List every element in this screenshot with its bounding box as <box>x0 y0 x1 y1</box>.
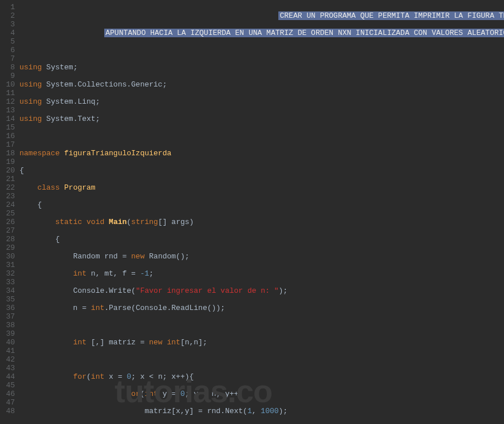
line-number: 22 <box>0 183 15 192</box>
code-line: { <box>19 235 504 244</box>
code-line: class Program <box>19 183 504 192</box>
line-number: 6 <box>0 46 15 54</box>
line-number: 19 <box>0 158 15 166</box>
line-number: 42 <box>0 355 15 364</box>
code-area[interactable]: CREAR UN PROGRAMA QUE PERMITA IMPRIMIR L… <box>19 3 504 424</box>
line-number: 20 <box>0 166 15 175</box>
line-number: 31 <box>0 261 15 269</box>
code-line: using System.Linq; <box>19 97 504 106</box>
comment-header-1: CREAR UN PROGRAMA QUE PERMITA IMPRIMIR L… <box>278 11 504 20</box>
line-number: 8 <box>0 63 15 72</box>
line-number: 24 <box>0 201 15 209</box>
line-number: 41 <box>0 347 15 355</box>
code-line: APUNTANDO HACIA LA IZQUIERDA EN UNA MATR… <box>19 29 504 37</box>
line-number-gutter: 1234567891011121314151617181920212223242… <box>0 3 19 424</box>
line-number: 28 <box>0 235 15 244</box>
comment-header-2: APUNTANDO HACIA LA IZQUIERDA EN UNA MATR… <box>104 29 504 37</box>
code-line <box>19 321 504 329</box>
code-line: int n, mt, f = -1; <box>19 269 504 278</box>
line-number: 18 <box>0 149 15 158</box>
code-line: int [,] matriz = new int[n,n]; <box>19 338 504 347</box>
line-number: 47 <box>0 398 15 407</box>
line-number: 9 <box>0 72 15 80</box>
line-number: 7 <box>0 54 15 63</box>
code-line <box>19 46 504 54</box>
code-editor[interactable]: 1234567891011121314151617181920212223242… <box>0 0 504 424</box>
line-number: 17 <box>0 140 15 149</box>
code-line: using System; <box>19 63 504 72</box>
code-line: Random rnd = new Random(); <box>19 252 504 261</box>
code-line <box>19 132 504 140</box>
line-number: 34 <box>0 286 15 295</box>
line-number: 10 <box>0 80 15 89</box>
code-line: static void Main(string[] args) <box>19 218 504 226</box>
code-line: { <box>19 201 504 209</box>
line-number: 44 <box>0 372 15 381</box>
line-number: 14 <box>0 115 15 123</box>
code-line: for(int x = 0; x < n; x++){ <box>19 372 504 381</box>
code-line: using System.Text; <box>19 115 504 123</box>
code-line <box>19 355 504 364</box>
line-number: 35 <box>0 295 15 304</box>
line-number: 23 <box>0 192 15 201</box>
line-number: 37 <box>0 312 15 321</box>
line-number: 21 <box>0 175 15 183</box>
line-number: 16 <box>0 132 15 140</box>
line-number: 4 <box>0 29 15 37</box>
code-line: CREAR UN PROGRAMA QUE PERMITA IMPRIMIR L… <box>19 11 504 20</box>
line-number: 26 <box>0 218 15 226</box>
line-number: 33 <box>0 278 15 286</box>
line-number: 15 <box>0 123 15 132</box>
code-line: n = int.Parse(Console.ReadLine()); <box>19 304 504 312</box>
line-number: 40 <box>0 338 15 347</box>
line-number: 46 <box>0 390 15 398</box>
line-number: 12 <box>0 97 15 106</box>
line-number: 30 <box>0 252 15 261</box>
line-number: 2 <box>0 11 15 20</box>
code-line: namespace figuraTrianguloIzquierda <box>19 149 504 158</box>
code-line: { <box>19 166 504 175</box>
line-number: 1 <box>0 3 15 11</box>
code-line: matriz[x,y] = rnd.Next(1, 1000); <box>19 407 504 415</box>
line-number: 45 <box>0 381 15 390</box>
line-number: 13 <box>0 106 15 115</box>
code-line: for(int y = 0; y < n; y++) <box>19 390 504 398</box>
line-number: 36 <box>0 304 15 312</box>
line-number: 43 <box>0 364 15 372</box>
code-line: Console.Write("Favor ingresar el valor d… <box>19 286 504 295</box>
line-number: 39 <box>0 329 15 338</box>
line-number: 27 <box>0 226 15 235</box>
line-number: 11 <box>0 89 15 97</box>
line-number: 48 <box>0 407 15 415</box>
line-number: 32 <box>0 269 15 278</box>
line-number: 3 <box>0 20 15 29</box>
line-number: 29 <box>0 244 15 252</box>
line-number: 25 <box>0 209 15 218</box>
line-number: 5 <box>0 37 15 46</box>
line-number: 38 <box>0 321 15 329</box>
code-line: using System.Collections.Generic; <box>19 80 504 89</box>
